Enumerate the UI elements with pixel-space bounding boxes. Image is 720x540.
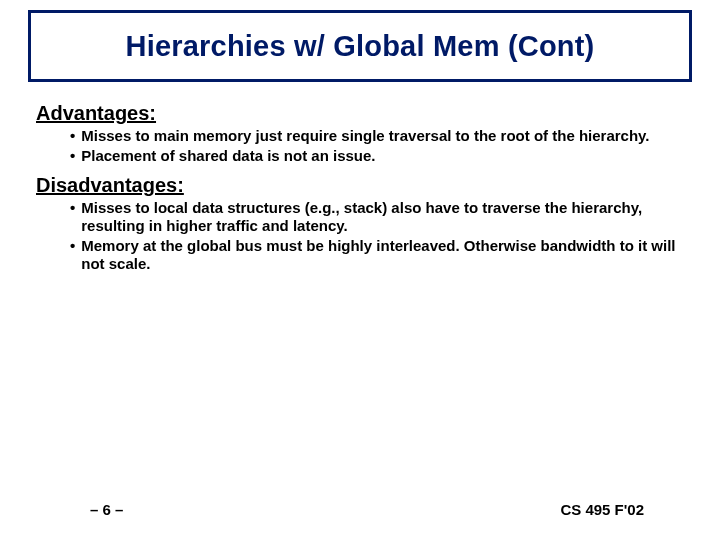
- disadvantages-bullets: • Misses to local data structures (e.g.,…: [70, 199, 692, 274]
- bullet-text: Placement of shared data is not an issue…: [81, 147, 692, 165]
- slide-title: Hierarchies w/ Global Mem (Cont): [126, 30, 595, 63]
- course-label: CS 495 F'02: [560, 501, 644, 518]
- list-item: • Placement of shared data is not an iss…: [70, 147, 692, 165]
- list-item: • Memory at the global bus must be highl…: [70, 237, 692, 274]
- bullet-icon: •: [70, 237, 75, 274]
- title-box: Hierarchies w/ Global Mem (Cont): [28, 10, 692, 82]
- advantages-bullets: • Misses to main memory just require sin…: [70, 127, 692, 166]
- list-item: • Misses to local data structures (e.g.,…: [70, 199, 692, 236]
- bullet-icon: •: [70, 147, 75, 165]
- bullet-text: Memory at the global bus must be highly …: [81, 237, 692, 274]
- slide: Hierarchies w/ Global Mem (Cont) Advanta…: [0, 0, 720, 540]
- bullet-icon: •: [70, 127, 75, 145]
- bullet-text: Misses to local data structures (e.g., s…: [81, 199, 692, 236]
- list-item: • Misses to main memory just require sin…: [70, 127, 692, 145]
- slide-body: Advantages: • Misses to main memory just…: [36, 100, 692, 282]
- bullet-icon: •: [70, 199, 75, 236]
- advantages-heading: Advantages:: [36, 102, 692, 125]
- page-number: – 6 –: [90, 501, 123, 518]
- disadvantages-heading: Disadvantages:: [36, 174, 692, 197]
- bullet-text: Misses to main memory just require singl…: [81, 127, 692, 145]
